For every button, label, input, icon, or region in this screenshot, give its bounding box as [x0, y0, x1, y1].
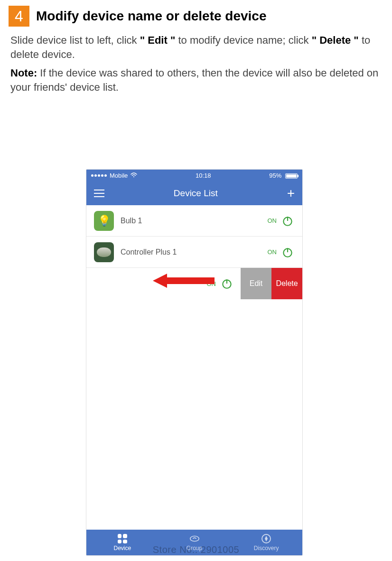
- menu-icon[interactable]: [94, 190, 104, 197]
- text: Slide device list to left, click: [10, 34, 140, 46]
- phone-screenshot: Mobile 10:18 95% Device List + 💡 Bulb 1 …: [86, 169, 303, 556]
- device-row[interactable]: Controller Plus 1 ON: [86, 237, 302, 268]
- tab-discovery[interactable]: Discovery: [230, 530, 302, 555]
- compass-icon: [261, 533, 271, 544]
- signal-dots-icon: [91, 174, 107, 177]
- doc-header: 4 Modify device name or delete device: [0, 0, 392, 27]
- device-name: Bulb 1: [121, 217, 268, 225]
- status-bar: Mobile 10:18 95%: [86, 170, 302, 181]
- device-state: ON: [268, 217, 277, 224]
- status-time: 10:18: [196, 172, 211, 179]
- tab-device[interactable]: Device: [86, 530, 159, 555]
- carrier-label: Mobile: [110, 172, 128, 179]
- add-icon[interactable]: +: [287, 187, 295, 200]
- step-number-badge: 4: [9, 6, 29, 27]
- instruction-text: Slide device list to left, click " Edit …: [10, 33, 382, 61]
- controller-icon: [94, 242, 114, 262]
- battery-label: 95%: [269, 172, 281, 179]
- svg-point-0: [133, 176, 134, 177]
- power-button[interactable]: [280, 214, 295, 228]
- edit-button[interactable]: Edit: [241, 268, 271, 299]
- power-button[interactable]: [280, 245, 295, 259]
- link-icon: [189, 533, 200, 544]
- text: If the device was shared to others, then…: [10, 67, 378, 93]
- status-left: Mobile: [91, 172, 137, 179]
- battery-icon: [285, 173, 298, 179]
- edit-keyword: " Edit ": [140, 34, 176, 46]
- power-button[interactable]: [220, 276, 234, 291]
- nav-title: Device List: [174, 188, 218, 199]
- text: to modify device name; click: [175, 34, 311, 46]
- status-right: 95%: [269, 172, 298, 179]
- device-row[interactable]: 💡 Bulb 1 ON: [86, 205, 302, 237]
- grid-icon: [117, 533, 128, 544]
- device-state: ON: [207, 280, 216, 287]
- bulb-icon: 💡: [94, 211, 114, 231]
- delete-button[interactable]: Delete: [271, 268, 302, 299]
- note-text: Note: If the device was shared to others…: [10, 66, 382, 94]
- swiped-device-row[interactable]: oller Plus 2 ON Edit Delete: [86, 268, 302, 299]
- device-name: oller Plus 2: [86, 279, 207, 288]
- note-label: Note:: [10, 67, 37, 79]
- nav-bar: Device List +: [86, 181, 302, 205]
- doc-body: Slide device list to left, click " Edit …: [0, 27, 392, 95]
- svg-point-8: [190, 536, 198, 542]
- tab-label: Discovery: [254, 545, 279, 551]
- watermark: Store No.: 2901005: [153, 544, 239, 555]
- delete-keyword: " Delete ": [312, 34, 359, 46]
- wifi-icon: [131, 172, 137, 179]
- device-name: Controller Plus 1: [121, 248, 268, 257]
- doc-title: Modify device name or delete device: [36, 9, 267, 24]
- device-state: ON: [268, 248, 277, 256]
- tab-label: Device: [113, 545, 131, 551]
